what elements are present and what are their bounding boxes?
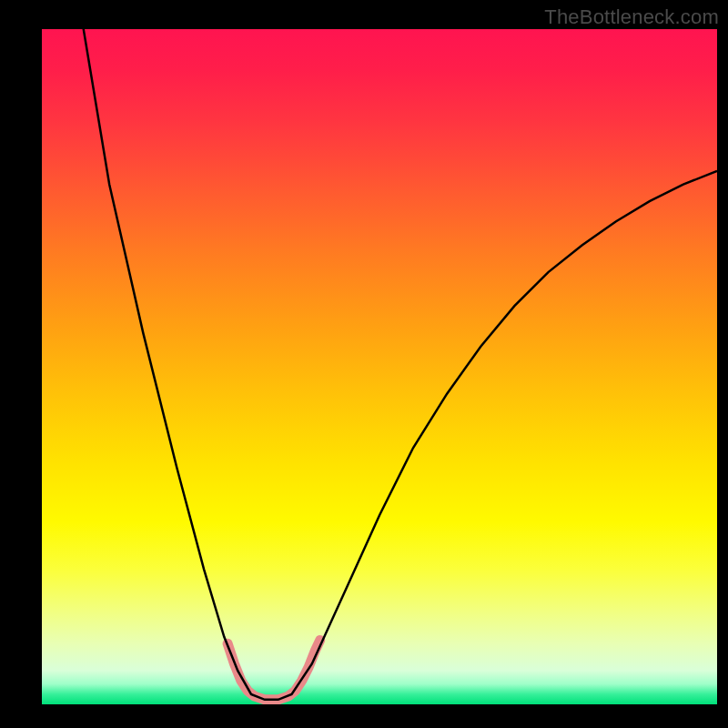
chart-frame: TheBottleneck.com — [0, 0, 728, 728]
bottleneck-curve — [79, 29, 717, 700]
plot-area — [42, 29, 717, 704]
valley-highlight-segment — [228, 641, 320, 700]
attribution-text: TheBottleneck.com — [544, 5, 719, 29]
curve-layer — [42, 29, 717, 704]
